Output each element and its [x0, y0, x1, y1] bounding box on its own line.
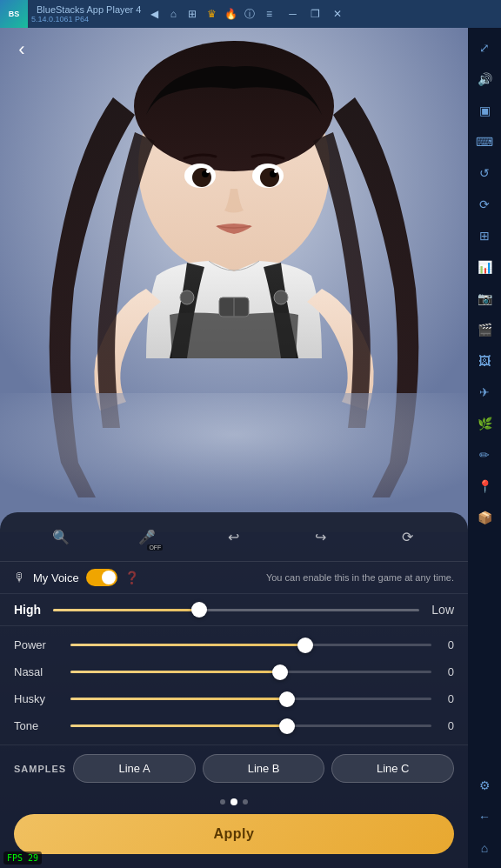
app-logo: BS [0, 0, 28, 28]
nasal-slider-row: Nasal 0 [14, 658, 454, 685]
layers-icon[interactable]: ▣ [471, 97, 498, 124]
apply-button[interactable]: Apply [14, 814, 454, 854]
nav-home-icon[interactable]: ⌂ [165, 6, 181, 22]
nav-flame-icon[interactable]: 🔥 [223, 6, 238, 22]
stats-icon[interactable]: 📊 [471, 254, 498, 280]
dashboard-icon[interactable]: ⊞ [471, 223, 498, 249]
help-icon[interactable]: ❓ [124, 571, 139, 584]
svg-point-13 [274, 290, 288, 304]
character-display [0, 28, 468, 532]
svg-point-11 [274, 170, 277, 173]
toolbar-row: 🔍 🎤 OFF ↩ ↪ ⟳ [0, 512, 468, 562]
nasal-value: 0 [440, 665, 454, 678]
video-icon[interactable]: 🎬 [471, 317, 498, 343]
off-badge-label: OFF [147, 544, 163, 551]
erase-icon[interactable]: ✏ [471, 442, 498, 468]
my-voice-row: 🎙 My Voice ❓ You can enable this in the … [0, 562, 468, 594]
high-low-fill [53, 609, 199, 611]
app-version: 5.14.0.1061 P64 [31, 15, 141, 23]
tone-label: Tone [14, 719, 62, 732]
nav-menu-icon[interactable]: ≡ [261, 6, 277, 22]
nav-crown-icon[interactable]: ♛ [204, 6, 219, 22]
eco-icon[interactable]: 🌿 [471, 411, 498, 437]
undo-icon[interactable]: ↩ [218, 521, 250, 552]
title-bar: BS BlueStacks App Player 4 5.14.0.1061 P… [0, 0, 501, 28]
sync-icon[interactable]: ⟳ [471, 191, 498, 217]
husky-track[interactable] [70, 698, 431, 700]
my-voice-label: My Voice [33, 571, 79, 584]
game-area: ‹ 🔍 🎤 OFF ↩ ↪ ⟳ 🎙 My Voice ❓ You can ena… [0, 28, 468, 868]
high-low-row: High Low [0, 594, 468, 626]
sample-line-c-button[interactable]: Line C [331, 754, 454, 783]
back-button[interactable]: ‹ [9, 37, 35, 63]
power-label: Power [14, 638, 62, 651]
rotate-icon[interactable]: ↺ [471, 160, 498, 186]
husky-knob[interactable] [279, 691, 295, 707]
plane-icon[interactable]: ✈ [471, 379, 498, 405]
page-dots [0, 791, 468, 809]
high-low-track[interactable] [53, 609, 419, 611]
screenshot-icon[interactable]: 📷 [471, 285, 498, 311]
fps-badge: FPS 29 [3, 851, 42, 865]
nav-back-icon[interactable]: ◀ [146, 6, 162, 22]
redo-icon[interactable]: ↪ [305, 521, 337, 552]
power-track[interactable] [70, 644, 431, 646]
close-button[interactable]: ✕ [327, 5, 348, 23]
tone-fill [70, 724, 287, 727]
toggle-knob [102, 571, 116, 584]
nasal-label: Nasal [14, 665, 62, 678]
home-sidebar-icon[interactable]: ⌂ [471, 835, 498, 861]
window-controls: ─ ❐ ✕ [282, 5, 348, 23]
tone-knob[interactable] [279, 718, 295, 734]
my-voice-hint: You can enable this in the game at any t… [146, 572, 454, 583]
husky-label: Husky [14, 692, 62, 705]
my-voice-toggle[interactable] [86, 569, 117, 586]
forward-icon[interactable]: ⟳ [391, 521, 423, 552]
nasal-track[interactable] [70, 671, 431, 673]
box-icon[interactable]: 📦 [471, 504, 498, 531]
settings-sidebar-icon[interactable]: ⚙ [471, 772, 498, 798]
gallery-icon[interactable]: 🖼 [471, 348, 498, 374]
svg-point-12 [180, 290, 194, 304]
fps-value: 29 [28, 853, 38, 863]
apply-row: Apply [0, 809, 468, 868]
back-sidebar-icon[interactable]: ← [471, 804, 498, 830]
restore-button[interactable]: ❐ [304, 5, 325, 23]
power-value: 0 [440, 638, 454, 651]
keyboard-icon[interactable]: ⌨ [471, 129, 498, 155]
tone-track[interactable] [70, 724, 431, 727]
sample-line-a-button[interactable]: Line A [73, 754, 196, 783]
dot-3 [243, 799, 248, 805]
husky-slider-row: Husky 0 [14, 685, 454, 712]
dot-1 [220, 799, 225, 805]
tone-value: 0 [440, 719, 454, 732]
power-fill [70, 644, 305, 646]
title-bar-nav-icons: ◀ ⌂ ⊞ ♛ 🔥 ⓘ ≡ [146, 6, 277, 22]
svg-point-10 [206, 170, 210, 173]
power-slider-row: Power 0 [14, 631, 454, 658]
right-sidebar: ⤢ 🔊 ▣ ⌨ ↺ ⟳ ⊞ 📊 📷 🎬 🖼 ✈ 🌿 ✏ 📍 📦 ⚙ ← ⌂ [468, 28, 501, 868]
search-toolbar-icon[interactable]: 🔍 [45, 521, 77, 552]
mic-off-icon[interactable]: 🎤 OFF [131, 521, 163, 552]
high-label: High [14, 603, 44, 617]
svg-point-3 [134, 41, 334, 171]
volume-icon[interactable]: 🔊 [471, 66, 498, 92]
bottom-panel: 🔍 🎤 OFF ↩ ↪ ⟳ 🎙 My Voice ❓ You can enabl… [0, 512, 468, 868]
fps-label: FPS [7, 853, 23, 863]
expand-icon[interactable]: ⤢ [471, 35, 498, 61]
power-knob[interactable] [297, 638, 313, 653]
minimize-button[interactable]: ─ [282, 5, 303, 23]
samples-row: SAMPLES Line A Line B Line C [0, 744, 468, 791]
high-low-knob[interactable] [191, 602, 207, 618]
sample-line-b-button[interactable]: Line B [203, 754, 325, 783]
sliders-section: Power 0 Nasal 0 Husky [0, 626, 468, 744]
nasal-knob[interactable] [272, 664, 288, 680]
app-title: BlueStacks App Player 4 [37, 4, 141, 15]
microphone-icon: 🎙 [14, 571, 26, 584]
dot-2-active [230, 798, 237, 805]
nav-info-icon[interactable]: ⓘ [242, 6, 257, 22]
nasal-fill [70, 671, 280, 673]
nav-grid-icon[interactable]: ⊞ [184, 6, 200, 22]
tone-slider-row: Tone 0 [14, 712, 454, 739]
pin-icon[interactable]: 📍 [471, 473, 498, 499]
